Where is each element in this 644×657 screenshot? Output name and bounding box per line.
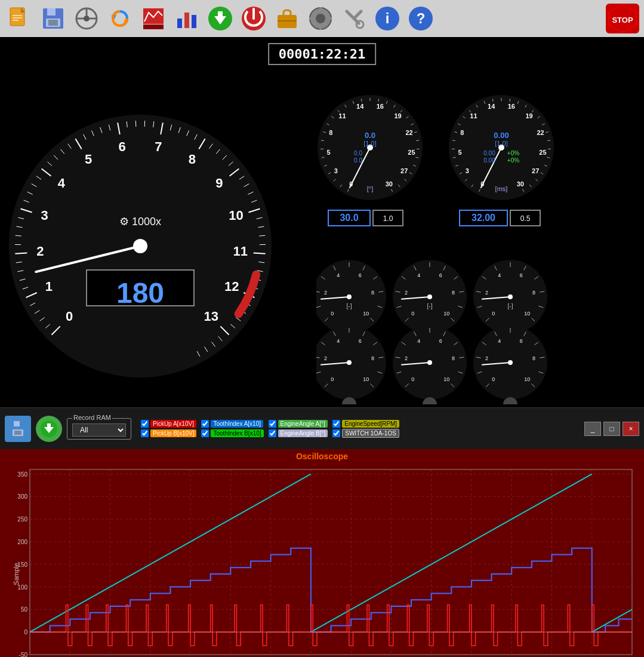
toolbar: i ? STOP <box>0 0 644 37</box>
download-recording-button[interactable] <box>36 416 62 442</box>
channel-enginespeed: EngineSpeed[RPM] <box>332 420 399 428</box>
steering-button[interactable] <box>72 4 101 33</box>
channel-toothindex-b-check[interactable] <box>201 429 209 437</box>
channel-toothindex-b-badge: ToothIndex B[x10] <box>211 429 263 437</box>
oscilloscope-panel: Oscilloscope Sample Time[ms] Auto 1x 2x <box>0 449 644 657</box>
save-button[interactable] <box>38 4 68 33</box>
svg-rect-29 <box>319 7 322 12</box>
channel-engineangle-b-badge: EngineAngle B[°] <box>278 429 328 437</box>
oscilloscope-chart: Sample Time[ms] Auto 1x 2x <box>0 463 644 657</box>
svg-line-34 <box>354 11 361 19</box>
channel-toothindex-a-check[interactable] <box>201 420 209 428</box>
channel-pickup-a-badge: PickUp A[x10V] <box>150 420 196 428</box>
channel-switch: SWITCH 1OA-1OS <box>332 429 399 438</box>
briefcase-button[interactable] <box>272 4 302 33</box>
maximize-button[interactable]: □ <box>603 422 620 436</box>
svg-rect-4 <box>13 20 19 21</box>
channel-pickup-b-badge: PickUp B[x10V] <box>150 429 196 437</box>
svg-text:i: i <box>386 10 390 26</box>
svg-rect-30 <box>319 25 322 30</box>
window-controls: _ □ × <box>584 422 639 436</box>
close-button[interactable]: × <box>623 422 639 436</box>
download-button[interactable] <box>205 4 235 33</box>
channel-pickup-a-check[interactable] <box>141 420 149 428</box>
refresh-button[interactable] <box>105 4 135 33</box>
svg-point-10 <box>84 16 90 22</box>
svg-rect-43 <box>14 421 20 426</box>
channel-enginespeed-check[interactable] <box>332 420 340 428</box>
stop-button[interactable]: STOP <box>606 4 639 33</box>
svg-rect-6 <box>47 8 56 16</box>
svg-point-28 <box>316 14 325 23</box>
channel-toothindex-a-badge: ToothIndex A[x10] <box>211 420 263 428</box>
instrument-panel: 00001:22:21 <box>0 37 644 407</box>
svg-rect-31 <box>309 17 314 20</box>
svg-rect-8 <box>48 20 58 26</box>
bar-chart-button[interactable] <box>172 4 202 33</box>
channel-engineangle-b: EngineAngle B[°] <box>269 429 328 438</box>
timer-display: 00001:22:21 <box>268 43 377 65</box>
channel-pickup-b: PickUp B[x10V] <box>141 429 196 438</box>
channel-switch-check[interactable] <box>332 429 340 437</box>
svg-rect-19 <box>184 13 189 28</box>
svg-rect-20 <box>192 15 196 28</box>
svg-rect-3 <box>13 17 22 19</box>
oscilloscope-y-label: Sample <box>13 563 20 585</box>
channel-toothindex-b: ToothIndex B[x10] <box>201 429 263 438</box>
svg-rect-32 <box>327 17 332 20</box>
record-ram-label: Record RAM <box>72 414 112 421</box>
svg-text:STOP: STOP <box>612 16 633 24</box>
save-recording-button[interactable] <box>5 416 31 442</box>
svg-rect-18 <box>177 19 182 28</box>
channel-grid: PickUp A[x10V] ToothIndex A[x10] EngineA… <box>141 420 399 438</box>
channel-switch-badge: SWITCH 1OA-1OS <box>342 429 399 438</box>
gear-button[interactable] <box>306 4 335 33</box>
channel-pickup-a: PickUp A[x10V] <box>141 420 196 428</box>
chart-button[interactable] <box>138 4 168 33</box>
svg-rect-17 <box>143 24 164 29</box>
bottom-bar: Record RAM All PickUp A[x10V] ToothIndex… <box>0 407 644 449</box>
channel-engineangle-a-badge: EngineAngle A[°] <box>278 420 328 428</box>
oscilloscope-title: Oscilloscope <box>0 449 644 463</box>
channel-pickup-b-check[interactable] <box>141 429 149 437</box>
channel-toothindex-a: ToothIndex A[x10] <box>201 420 263 428</box>
svg-rect-45 <box>14 431 21 435</box>
info-button[interactable]: i <box>372 4 402 33</box>
channel-engineangle-b-check[interactable] <box>269 429 276 437</box>
svg-point-35 <box>356 21 363 28</box>
channel-enginespeed-badge: EngineSpeed[RPM] <box>342 420 399 428</box>
svg-rect-23 <box>218 11 223 19</box>
help-button[interactable]: ? <box>406 4 436 33</box>
svg-text:?: ? <box>417 10 426 26</box>
minimize-button[interactable]: _ <box>584 422 601 436</box>
record-ram-select[interactable]: All <box>72 423 126 437</box>
svg-rect-2 <box>13 15 22 16</box>
record-ram-group: Record RAM All <box>67 418 131 440</box>
tools-button[interactable] <box>339 4 369 33</box>
svg-rect-48 <box>47 423 51 429</box>
channel-engineangle-a: EngineAngle A[°] <box>269 420 328 428</box>
file-button[interactable] <box>5 4 35 33</box>
channel-engineangle-a-check[interactable] <box>269 420 276 428</box>
power-button[interactable] <box>239 4 269 33</box>
